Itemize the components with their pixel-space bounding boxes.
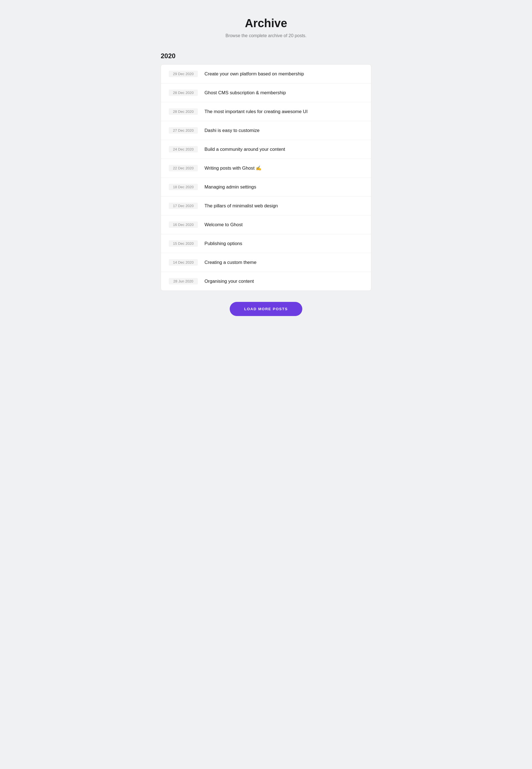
post-date: 29 Dec 2020 [169, 71, 198, 77]
post-item[interactable]: 28 Jun 2020Organising your content [161, 272, 371, 290]
archive-container: Archive Browse the complete archive of 2… [161, 17, 371, 747]
post-date: 28 Dec 2020 [169, 108, 198, 115]
post-item[interactable]: 24 Dec 2020Build a community around your… [161, 140, 371, 159]
post-date: 15 Dec 2020 [169, 240, 198, 247]
post-item[interactable]: 16 Dec 2020Welcome to Ghost [161, 215, 371, 234]
post-date: 28 Dec 2020 [169, 90, 198, 96]
post-date: 24 Dec 2020 [169, 146, 198, 152]
post-title: Publishing options [204, 241, 242, 246]
page-subtitle: Browse the complete archive of 20 posts. [161, 33, 371, 38]
post-title: Writing posts with Ghost ✍️ [204, 165, 262, 171]
post-title: Managing admin settings [204, 184, 256, 190]
post-item[interactable]: 18 Dec 2020Managing admin settings [161, 178, 371, 196]
post-item[interactable]: 17 Dec 2020The pillars of minimalist web… [161, 196, 371, 215]
post-title: Ghost CMS subscription & membership [204, 90, 286, 96]
page-title: Archive [161, 17, 371, 30]
post-item[interactable]: 28 Dec 2020Ghost CMS subscription & memb… [161, 83, 371, 102]
post-date: 28 Jun 2020 [169, 278, 198, 284]
post-title: Organising your content [204, 278, 254, 284]
post-item[interactable]: 15 Dec 2020Publishing options [161, 234, 371, 253]
post-item[interactable]: 28 Dec 2020The most important rules for … [161, 102, 371, 121]
post-item[interactable]: 29 Dec 2020Create your own platform base… [161, 65, 371, 83]
post-title: The pillars of minimalist web design [204, 203, 278, 209]
post-date: 22 Dec 2020 [169, 165, 198, 171]
year-sections: 202029 Dec 2020Create your own platform … [161, 52, 371, 291]
post-title: The most important rules for creating aw… [204, 109, 308, 114]
posts-list: 29 Dec 2020Create your own platform base… [161, 64, 371, 291]
load-more-button[interactable]: LOAD MORE POSTS [230, 302, 302, 316]
post-title: Creating a custom theme [204, 260, 256, 265]
post-date: 16 Dec 2020 [169, 221, 198, 228]
post-date: 27 Dec 2020 [169, 127, 198, 134]
year-label: 2020 [161, 52, 371, 60]
post-date: 18 Dec 2020 [169, 184, 198, 190]
post-item[interactable]: 14 Dec 2020Creating a custom theme [161, 253, 371, 272]
post-title: Build a community around your content [204, 147, 285, 152]
post-item[interactable]: 22 Dec 2020Writing posts with Ghost ✍️ [161, 159, 371, 178]
post-title: Create your own platform based on member… [204, 71, 304, 77]
post-title: Dashi is easy to customize [204, 128, 260, 133]
page-header: Archive Browse the complete archive of 2… [161, 17, 371, 38]
post-item[interactable]: 27 Dec 2020Dashi is easy to customize [161, 121, 371, 140]
load-more-wrapper: LOAD MORE POSTS [161, 302, 371, 316]
post-date: 14 Dec 2020 [169, 259, 198, 265]
post-date: 17 Dec 2020 [169, 203, 198, 209]
year-section-2020: 202029 Dec 2020Create your own platform … [161, 52, 371, 291]
post-title: Welcome to Ghost [204, 222, 243, 227]
